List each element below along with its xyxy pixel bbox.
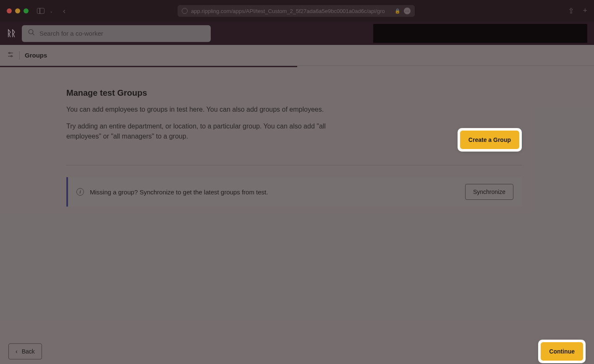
minimize-window-button[interactable] (15, 8, 20, 13)
app-header: ᚱᚱ (0, 22, 594, 45)
redacted-area (373, 24, 587, 43)
main-content: Manage test Groups You can add employees… (0, 67, 594, 339)
url-text: app.rippling.com/apps/API/test_Custom_2_… (191, 8, 391, 14)
create-group-highlight: Create a Group (458, 128, 522, 152)
rippling-logo[interactable]: ᚱᚱ (7, 29, 15, 38)
description-line-1: You can add employees to groups in test … (66, 105, 335, 115)
back-label: Back (22, 348, 35, 355)
info-banner-text: Missing a group? Synchronize to get the … (90, 189, 459, 196)
browser-toolbar: ⌄ ‹ app.rippling.com/apps/API/test_Custo… (0, 0, 594, 22)
sidebar-toggle-icon[interactable] (37, 8, 44, 14)
breadcrumb-title: Groups (25, 52, 47, 59)
section-divider (66, 165, 522, 165)
create-group-button[interactable]: Create a Group (460, 131, 519, 149)
reader-icon[interactable]: ⋯ (404, 8, 411, 14)
settings-icon[interactable] (7, 51, 14, 60)
info-banner: i Missing a group? Synchronize to get th… (66, 177, 522, 207)
svg-line-1 (32, 33, 34, 35)
address-bar[interactable]: app.rippling.com/apps/API/test_Custom_2_… (178, 5, 415, 17)
description-line-2: Try adding an entire department, or loca… (66, 121, 335, 141)
breadcrumb-bar: Groups (0, 45, 594, 66)
back-button[interactable]: ‹ Back (8, 343, 42, 359)
continue-highlight: Continue (538, 340, 586, 363)
divider (19, 51, 20, 60)
share-icon[interactable]: ⇪ (568, 6, 574, 16)
close-window-button[interactable] (7, 8, 12, 13)
search-input[interactable] (39, 30, 205, 37)
info-icon: i (76, 188, 84, 196)
svg-point-5 (11, 55, 12, 57)
synchronize-button[interactable]: Synchronize (465, 184, 513, 200)
chevron-left-icon: ‹ (16, 348, 18, 355)
maximize-window-button[interactable] (24, 8, 29, 13)
lock-icon: 🔒 (395, 8, 400, 14)
chevron-down-icon[interactable]: ⌄ (50, 9, 53, 13)
page-description: You can add employees to groups in test … (66, 105, 335, 141)
back-arrow-icon[interactable]: ‹ (63, 7, 65, 16)
window-controls (7, 8, 29, 13)
search-bar[interactable] (22, 25, 211, 42)
search-icon (28, 29, 35, 38)
new-tab-icon[interactable]: + (583, 6, 587, 16)
globe-icon (182, 8, 188, 14)
continue-button[interactable]: Continue (541, 342, 583, 361)
svg-point-0 (29, 29, 33, 34)
page-title: Manage test Groups (66, 88, 335, 98)
svg-point-3 (9, 52, 10, 53)
footer-bar: ‹ Back Continue (0, 339, 594, 364)
